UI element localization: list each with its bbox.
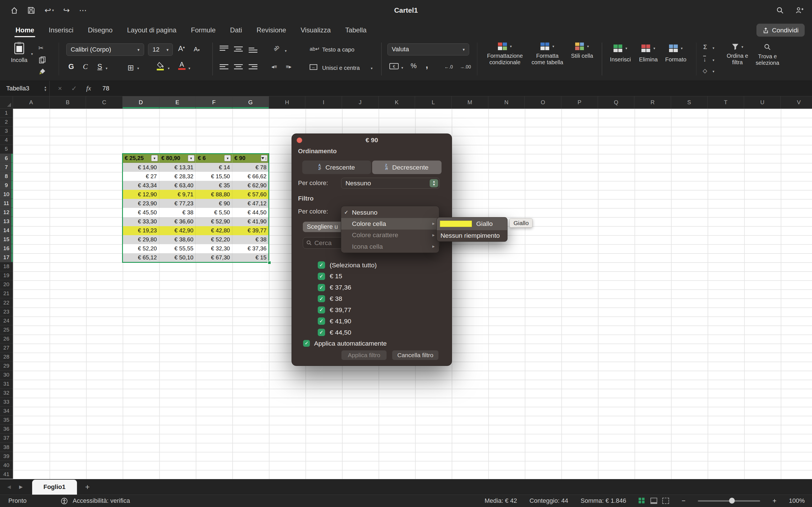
borders-chevron-icon[interactable]: ▾ bbox=[137, 66, 139, 70]
table-cell[interactable]: € 36,60 bbox=[159, 217, 196, 226]
row-header-31[interactable]: 31 bbox=[0, 380, 13, 389]
table-cell[interactable]: € 28,32 bbox=[159, 172, 196, 181]
column-header-U[interactable]: U bbox=[744, 96, 781, 109]
sort-by-color-select[interactable]: Nessuno ▲▼ bbox=[341, 178, 440, 189]
row-header-41[interactable]: 41 bbox=[0, 470, 13, 479]
number-format-select[interactable]: Valuta▾ bbox=[388, 43, 469, 55]
decrease-indent-icon[interactable]: ◂≡ bbox=[271, 64, 277, 70]
table-cell[interactable]: € 66,62 bbox=[232, 172, 269, 181]
row-header-23[interactable]: 23 bbox=[0, 307, 13, 316]
decrease-font-icon[interactable]: A▾ bbox=[194, 46, 200, 53]
paste-chevron-icon[interactable]: ▾ bbox=[31, 52, 33, 56]
column-header-D[interactable]: D bbox=[123, 96, 159, 109]
table-cell[interactable]: € 19,23 bbox=[123, 226, 159, 235]
filter-value-row-15[interactable]: ✓€ 15 bbox=[318, 271, 377, 282]
merge-center-label[interactable]: Unisci e centra bbox=[322, 65, 360, 71]
table-cell[interactable]: € 14,90 bbox=[123, 163, 159, 172]
row-header-8[interactable]: 8 bbox=[0, 172, 13, 181]
bold-button[interactable]: G bbox=[68, 62, 74, 71]
page-break-view-icon[interactable] bbox=[662, 498, 669, 504]
clear-chevron-icon[interactable]: ▾ bbox=[712, 69, 714, 73]
row-header-27[interactable]: 27 bbox=[0, 343, 13, 352]
column-header-V[interactable]: V bbox=[781, 96, 812, 109]
conditional-formatting-button[interactable]: ▾ Formattazione condizionale bbox=[483, 43, 527, 66]
borders-icon[interactable]: ⊞ bbox=[128, 63, 134, 72]
accessibility-status[interactable]: Accessibilità: verifica bbox=[73, 497, 130, 504]
column-header-G[interactable]: G bbox=[232, 96, 269, 109]
checked-checkbox-icon[interactable]: ✓ bbox=[318, 306, 325, 314]
cut-icon[interactable]: ✂ bbox=[38, 45, 43, 52]
row-header-12[interactable]: 12 bbox=[0, 208, 13, 217]
row-header-21[interactable]: 21 bbox=[0, 289, 13, 298]
column-header-P[interactable]: P bbox=[561, 96, 598, 109]
table-cell[interactable]: € 50,10 bbox=[159, 253, 196, 262]
row-header-1[interactable]: 1 bbox=[0, 109, 13, 118]
table-cell[interactable]: € 47,12 bbox=[232, 199, 269, 208]
align-bottom-icon[interactable] bbox=[249, 48, 257, 53]
table-cell[interactable]: € 55,55 bbox=[159, 244, 196, 253]
table-cell[interactable]: € 67,30 bbox=[196, 253, 232, 262]
table-cell[interactable]: € 90 bbox=[196, 199, 232, 208]
fill-color-button[interactable] bbox=[156, 62, 164, 70]
table-cell[interactable]: € 78 bbox=[232, 163, 269, 172]
normal-view-icon[interactable] bbox=[639, 498, 645, 504]
zoom-level[interactable]: 100% bbox=[789, 497, 805, 504]
table-cell[interactable]: € 15,50 bbox=[196, 172, 232, 181]
row-header-38[interactable]: 38 bbox=[0, 443, 13, 452]
column-header-S[interactable]: S bbox=[671, 96, 708, 109]
comma-style-icon[interactable]: , bbox=[426, 60, 428, 70]
font-color-chevron-icon[interactable]: ▾ bbox=[189, 66, 190, 70]
select-all-corner[interactable] bbox=[0, 96, 13, 109]
table-cell[interactable]: € 38 bbox=[159, 208, 196, 217]
column-header-C[interactable]: C bbox=[86, 96, 123, 109]
underline-chevron-icon[interactable]: ▾ bbox=[106, 66, 107, 70]
row-header-40[interactable]: 40 bbox=[0, 461, 13, 470]
table-cell[interactable]: € 52,20 bbox=[196, 235, 232, 244]
zoom-slider[interactable] bbox=[698, 500, 760, 502]
submenu-no-fill-option[interactable]: Nessun riempimento bbox=[437, 230, 507, 241]
row-header-28[interactable]: 28 bbox=[0, 352, 13, 361]
column-header-I[interactable]: I bbox=[305, 96, 342, 109]
table-cell[interactable]: € 45,50 bbox=[123, 208, 159, 217]
auto-apply-row[interactable]: ✓ Applica automaticamente bbox=[303, 340, 387, 347]
column-header-K[interactable]: K bbox=[378, 96, 415, 109]
sort-ascending-button[interactable]: AZ↓ Crescente bbox=[302, 161, 371, 174]
column-header-F[interactable]: F bbox=[196, 96, 232, 109]
table-cell[interactable]: € 32,30 bbox=[196, 244, 232, 253]
row-header-15[interactable]: 15 bbox=[0, 235, 13, 244]
tab-home[interactable]: Home bbox=[8, 20, 42, 39]
row-header-35[interactable]: 35 bbox=[0, 416, 13, 425]
find-select-button[interactable]: Trova e seleziona bbox=[753, 43, 782, 66]
filter-value-row-41-90[interactable]: ✓€ 41,90 bbox=[318, 316, 377, 327]
row-header-11[interactable]: 11 bbox=[0, 199, 13, 208]
share-user-icon[interactable] bbox=[795, 6, 804, 14]
cell-styles-button[interactable]: ▾ Stili cella bbox=[569, 43, 596, 59]
row-header-16[interactable]: 16 bbox=[0, 244, 13, 253]
row-header-39[interactable]: 39 bbox=[0, 452, 13, 461]
row-header-10[interactable]: 10 bbox=[0, 190, 13, 199]
table-cell[interactable]: € 29,80 bbox=[123, 235, 159, 244]
add-sheet-icon[interactable]: + bbox=[85, 483, 90, 492]
tab-tabella[interactable]: Tabella bbox=[338, 20, 374, 39]
row-header-14[interactable]: 14 bbox=[0, 226, 13, 235]
font-name-select[interactable]: Calibri (Corpo)▾ bbox=[66, 43, 144, 56]
filter-sorted-button[interactable]: ↓ bbox=[261, 155, 267, 162]
row-header-24[interactable]: 24 bbox=[0, 316, 13, 325]
currency-icon[interactable]: € bbox=[389, 63, 399, 69]
format-painter-icon[interactable] bbox=[39, 68, 46, 75]
table-cell[interactable]: € 27 bbox=[123, 172, 159, 181]
table-cell[interactable]: € 63,40 bbox=[159, 181, 196, 190]
wrap-text-label[interactable]: Testo a capo bbox=[322, 47, 354, 53]
table-cell[interactable]: € 33,30 bbox=[123, 217, 159, 226]
column-header-T[interactable]: T bbox=[708, 96, 744, 109]
fill-color-chevron-icon[interactable]: ▾ bbox=[168, 66, 169, 70]
cancel-entry-icon[interactable]: × bbox=[58, 84, 62, 93]
menu-item-icona-cella[interactable]: Icona cella▸ bbox=[341, 241, 439, 252]
percent-style-icon[interactable]: % bbox=[411, 62, 417, 70]
column-header-B[interactable]: B bbox=[50, 96, 86, 109]
checked-checkbox-icon[interactable]: ✓ bbox=[318, 262, 325, 269]
column-header-E[interactable]: E bbox=[159, 96, 196, 109]
row-header-9[interactable]: 9 bbox=[0, 181, 13, 190]
clear-filter-button[interactable]: Cancella filtro bbox=[392, 350, 438, 360]
decrease-decimal-icon[interactable]: →.00 bbox=[460, 64, 471, 70]
